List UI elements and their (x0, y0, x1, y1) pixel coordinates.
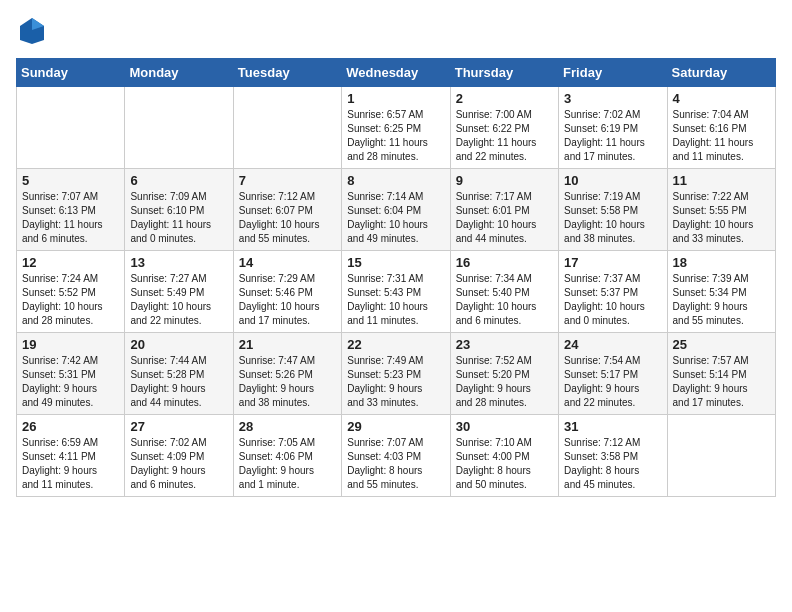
calendar-cell: 2Sunrise: 7:00 AM Sunset: 6:22 PM Daylig… (450, 86, 558, 168)
day-number: 11 (673, 173, 770, 188)
day-number: 16 (456, 255, 553, 270)
day-number: 26 (22, 419, 119, 434)
day-info: Sunrise: 7:44 AM Sunset: 5:28 PM Dayligh… (130, 354, 227, 410)
calendar-cell (125, 86, 233, 168)
day-number: 12 (22, 255, 119, 270)
day-number: 27 (130, 419, 227, 434)
calendar-cell: 26Sunrise: 6:59 AM Sunset: 4:11 PM Dayli… (17, 414, 125, 496)
day-number: 25 (673, 337, 770, 352)
day-info: Sunrise: 7:00 AM Sunset: 6:22 PM Dayligh… (456, 108, 553, 164)
calendar-cell: 20Sunrise: 7:44 AM Sunset: 5:28 PM Dayli… (125, 332, 233, 414)
day-number: 14 (239, 255, 336, 270)
calendar-cell: 8Sunrise: 7:14 AM Sunset: 6:04 PM Daylig… (342, 168, 450, 250)
day-number: 29 (347, 419, 444, 434)
calendar-week-2: 5Sunrise: 7:07 AM Sunset: 6:13 PM Daylig… (17, 168, 776, 250)
calendar-cell: 11Sunrise: 7:22 AM Sunset: 5:55 PM Dayli… (667, 168, 775, 250)
calendar-cell: 27Sunrise: 7:02 AM Sunset: 4:09 PM Dayli… (125, 414, 233, 496)
day-number: 19 (22, 337, 119, 352)
day-info: Sunrise: 6:57 AM Sunset: 6:25 PM Dayligh… (347, 108, 444, 164)
day-info: Sunrise: 7:39 AM Sunset: 5:34 PM Dayligh… (673, 272, 770, 328)
day-info: Sunrise: 7:54 AM Sunset: 5:17 PM Dayligh… (564, 354, 661, 410)
calendar-cell: 4Sunrise: 7:04 AM Sunset: 6:16 PM Daylig… (667, 86, 775, 168)
calendar-cell: 12Sunrise: 7:24 AM Sunset: 5:52 PM Dayli… (17, 250, 125, 332)
calendar-cell: 16Sunrise: 7:34 AM Sunset: 5:40 PM Dayli… (450, 250, 558, 332)
calendar-week-4: 19Sunrise: 7:42 AM Sunset: 5:31 PM Dayli… (17, 332, 776, 414)
calendar-week-5: 26Sunrise: 6:59 AM Sunset: 4:11 PM Dayli… (17, 414, 776, 496)
weekday-header-wednesday: Wednesday (342, 58, 450, 86)
calendar-cell: 23Sunrise: 7:52 AM Sunset: 5:20 PM Dayli… (450, 332, 558, 414)
day-number: 4 (673, 91, 770, 106)
day-info: Sunrise: 7:12 AM Sunset: 6:07 PM Dayligh… (239, 190, 336, 246)
weekday-header-tuesday: Tuesday (233, 58, 341, 86)
day-number: 10 (564, 173, 661, 188)
day-info: Sunrise: 7:27 AM Sunset: 5:49 PM Dayligh… (130, 272, 227, 328)
calendar-cell (17, 86, 125, 168)
calendar-cell: 1Sunrise: 6:57 AM Sunset: 6:25 PM Daylig… (342, 86, 450, 168)
calendar-cell: 14Sunrise: 7:29 AM Sunset: 5:46 PM Dayli… (233, 250, 341, 332)
calendar-cell: 13Sunrise: 7:27 AM Sunset: 5:49 PM Dayli… (125, 250, 233, 332)
day-info: Sunrise: 7:02 AM Sunset: 4:09 PM Dayligh… (130, 436, 227, 492)
weekday-header-saturday: Saturday (667, 58, 775, 86)
calendar-cell: 7Sunrise: 7:12 AM Sunset: 6:07 PM Daylig… (233, 168, 341, 250)
day-number: 15 (347, 255, 444, 270)
day-number: 2 (456, 91, 553, 106)
day-number: 28 (239, 419, 336, 434)
day-info: Sunrise: 7:37 AM Sunset: 5:37 PM Dayligh… (564, 272, 661, 328)
calendar-cell: 15Sunrise: 7:31 AM Sunset: 5:43 PM Dayli… (342, 250, 450, 332)
day-info: Sunrise: 7:29 AM Sunset: 5:46 PM Dayligh… (239, 272, 336, 328)
day-number: 24 (564, 337, 661, 352)
calendar-cell (667, 414, 775, 496)
day-info: Sunrise: 7:24 AM Sunset: 5:52 PM Dayligh… (22, 272, 119, 328)
day-info: Sunrise: 7:31 AM Sunset: 5:43 PM Dayligh… (347, 272, 444, 328)
day-info: Sunrise: 7:14 AM Sunset: 6:04 PM Dayligh… (347, 190, 444, 246)
calendar-table: SundayMondayTuesdayWednesdayThursdayFrid… (16, 58, 776, 497)
day-info: Sunrise: 7:42 AM Sunset: 5:31 PM Dayligh… (22, 354, 119, 410)
day-number: 1 (347, 91, 444, 106)
day-number: 8 (347, 173, 444, 188)
day-info: Sunrise: 7:09 AM Sunset: 6:10 PM Dayligh… (130, 190, 227, 246)
day-number: 6 (130, 173, 227, 188)
day-info: Sunrise: 7:17 AM Sunset: 6:01 PM Dayligh… (456, 190, 553, 246)
calendar-cell: 6Sunrise: 7:09 AM Sunset: 6:10 PM Daylig… (125, 168, 233, 250)
calendar-cell: 3Sunrise: 7:02 AM Sunset: 6:19 PM Daylig… (559, 86, 667, 168)
logo-icon (18, 16, 46, 44)
day-number: 20 (130, 337, 227, 352)
day-number: 21 (239, 337, 336, 352)
day-number: 31 (564, 419, 661, 434)
day-info: Sunrise: 7:07 AM Sunset: 4:03 PM Dayligh… (347, 436, 444, 492)
day-info: Sunrise: 7:22 AM Sunset: 5:55 PM Dayligh… (673, 190, 770, 246)
day-number: 30 (456, 419, 553, 434)
day-info: Sunrise: 7:05 AM Sunset: 4:06 PM Dayligh… (239, 436, 336, 492)
calendar-cell: 30Sunrise: 7:10 AM Sunset: 4:00 PM Dayli… (450, 414, 558, 496)
logo (16, 16, 46, 50)
day-info: Sunrise: 7:57 AM Sunset: 5:14 PM Dayligh… (673, 354, 770, 410)
day-info: Sunrise: 7:02 AM Sunset: 6:19 PM Dayligh… (564, 108, 661, 164)
calendar-cell: 21Sunrise: 7:47 AM Sunset: 5:26 PM Dayli… (233, 332, 341, 414)
calendar-cell: 17Sunrise: 7:37 AM Sunset: 5:37 PM Dayli… (559, 250, 667, 332)
calendar-cell: 28Sunrise: 7:05 AM Sunset: 4:06 PM Dayli… (233, 414, 341, 496)
calendar-cell: 10Sunrise: 7:19 AM Sunset: 5:58 PM Dayli… (559, 168, 667, 250)
page-header (16, 16, 776, 50)
weekday-header-monday: Monday (125, 58, 233, 86)
day-info: Sunrise: 7:52 AM Sunset: 5:20 PM Dayligh… (456, 354, 553, 410)
calendar-cell: 24Sunrise: 7:54 AM Sunset: 5:17 PM Dayli… (559, 332, 667, 414)
calendar-cell: 9Sunrise: 7:17 AM Sunset: 6:01 PM Daylig… (450, 168, 558, 250)
day-number: 5 (22, 173, 119, 188)
calendar-cell: 31Sunrise: 7:12 AM Sunset: 3:58 PM Dayli… (559, 414, 667, 496)
day-info: Sunrise: 7:12 AM Sunset: 3:58 PM Dayligh… (564, 436, 661, 492)
day-number: 17 (564, 255, 661, 270)
weekday-header-sunday: Sunday (17, 58, 125, 86)
day-info: Sunrise: 7:07 AM Sunset: 6:13 PM Dayligh… (22, 190, 119, 246)
weekday-header-friday: Friday (559, 58, 667, 86)
day-info: Sunrise: 7:47 AM Sunset: 5:26 PM Dayligh… (239, 354, 336, 410)
calendar-week-1: 1Sunrise: 6:57 AM Sunset: 6:25 PM Daylig… (17, 86, 776, 168)
day-info: Sunrise: 7:04 AM Sunset: 6:16 PM Dayligh… (673, 108, 770, 164)
day-info: Sunrise: 7:19 AM Sunset: 5:58 PM Dayligh… (564, 190, 661, 246)
day-info: Sunrise: 7:49 AM Sunset: 5:23 PM Dayligh… (347, 354, 444, 410)
day-info: Sunrise: 7:34 AM Sunset: 5:40 PM Dayligh… (456, 272, 553, 328)
weekday-header-thursday: Thursday (450, 58, 558, 86)
calendar-cell: 19Sunrise: 7:42 AM Sunset: 5:31 PM Dayli… (17, 332, 125, 414)
calendar-cell (233, 86, 341, 168)
calendar-cell: 25Sunrise: 7:57 AM Sunset: 5:14 PM Dayli… (667, 332, 775, 414)
weekday-header-row: SundayMondayTuesdayWednesdayThursdayFrid… (17, 58, 776, 86)
